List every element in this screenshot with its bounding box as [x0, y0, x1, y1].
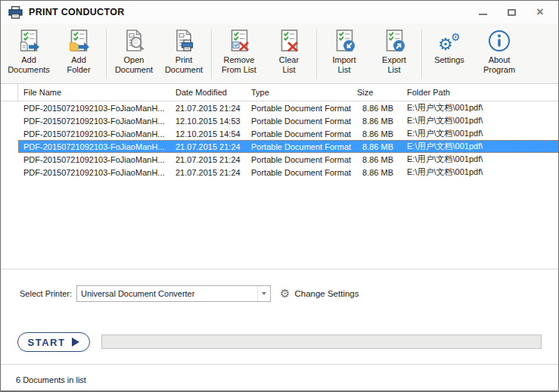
file-list: PDF-20150721092103-FoJiaoManH... 21.07.2… — [1, 101, 558, 179]
printer-icon — [8, 6, 23, 19]
open-document-icon — [121, 28, 147, 54]
cell-size: 8.86 MB — [354, 142, 398, 151]
settings-button[interactable]: ⚙ ⚙ Settings — [424, 27, 474, 75]
cell-date-modified: 21.07.2015 21:24 — [174, 142, 248, 151]
cell-type: Portable Document Format — [248, 104, 354, 113]
remove-from-list-label: Remove From List — [222, 55, 256, 75]
printer-select-value: Universal Document Converter — [77, 289, 257, 298]
print-document-button[interactable]: Print Document — [159, 27, 209, 75]
start-button[interactable]: START — [17, 332, 90, 352]
printer-select[interactable]: Universal Document Converter — [76, 285, 271, 302]
cell-file-name: PDF-20150721092103-FoJiaoManH... — [18, 104, 174, 113]
cell-size: 8.86 MB — [354, 129, 398, 138]
toolbar-separator — [211, 29, 212, 79]
open-document-button[interactable]: Open Document — [109, 27, 159, 75]
maximize-button[interactable] — [505, 6, 517, 18]
change-settings-label: Change Settings — [294, 289, 359, 298]
about-program-label: About Program — [483, 55, 515, 75]
status-column-header[interactable] — [1, 84, 18, 101]
cell-date-modified: 12.10.2015 14:54 — [174, 129, 248, 138]
cell-size: 8.86 MB — [354, 168, 398, 177]
cell-folder-path: E:\用户\文档\001pdf\ — [398, 115, 558, 126]
maximize-icon — [508, 9, 516, 16]
add-folder-button[interactable]: Add Folder — [54, 27, 104, 75]
print-document-icon — [171, 28, 197, 54]
cell-folder-path: E:\用户\文档\001pdf\ — [398, 141, 558, 152]
cell-file-name: PDF-20150721092103-FoJiaoManH... — [18, 117, 174, 126]
cell-file-name: PDF-20150721092103-FoJiaoManH... — [18, 129, 174, 138]
add-documents-label: Add Documents — [8, 55, 50, 75]
change-settings-button[interactable]: ⚙ Change Settings — [280, 288, 359, 300]
cell-folder-path: E:\用户\文档\001pdf\ — [398, 154, 558, 165]
cell-date-modified: 21.07.2015 21:24 — [174, 168, 248, 177]
info-icon — [486, 28, 512, 54]
cell-size: 8.86 MB — [354, 104, 398, 113]
cell-folder-path: E:\用户\文档\001pdf\ — [398, 166, 558, 178]
minimize-button[interactable] — [477, 6, 489, 18]
cell-type: Portable Document Format — [248, 129, 354, 138]
row-status-cell — [1, 140, 18, 153]
import-list-icon — [331, 28, 357, 54]
file-list-header: File Name Date Modified Type Size Folder… — [1, 84, 558, 101]
gear-icon: ⚙ — [280, 288, 290, 300]
svg-text:⚙: ⚙ — [451, 31, 461, 43]
cell-date-modified: 21.07.2015 21:24 — [174, 155, 248, 164]
cell-type: Portable Document Format — [248, 155, 354, 164]
table-row[interactable]: PDF-20150721092103-FoJiaoManH... 21.07.2… — [1, 166, 558, 179]
cell-size: 8.86 MB — [354, 117, 398, 126]
clear-list-icon — [276, 28, 302, 54]
print-conductor-window: PRINT CONDUCTOR × Add Documents — [0, 0, 559, 392]
cell-folder-path: E:\用户\文档\001pdf\ — [398, 128, 558, 139]
column-header-date-modified[interactable]: Date Modified — [174, 88, 248, 97]
print-control-panel: Select Printer: Universal Document Conve… — [1, 269, 558, 364]
row-status-cell — [1, 166, 18, 179]
window-title: PRINT CONDUCTOR — [29, 7, 125, 17]
toolbar-separator — [106, 29, 107, 79]
start-button-label: START — [28, 337, 66, 348]
about-program-button[interactable]: About Program — [474, 27, 524, 75]
import-list-label: Import List — [332, 55, 356, 75]
clear-list-button[interactable]: Clear List — [264, 27, 314, 75]
table-row[interactable]: PDF-20150721092103-FoJiaoManH... 12.10.2… — [1, 127, 558, 140]
column-header-size[interactable]: Size — [354, 88, 398, 97]
add-folder-label: Add Folder — [67, 55, 90, 75]
toolbar-separator — [421, 29, 422, 79]
play-icon — [72, 338, 79, 347]
close-icon: × — [536, 7, 543, 17]
row-status-cell — [1, 153, 18, 166]
toolbar: Add Documents Add Folder Open Document — [1, 23, 558, 84]
table-row[interactable]: PDF-20150721092103-FoJiaoManH... 12.10.2… — [1, 114, 558, 127]
cell-file-name: PDF-20150721092103-FoJiaoManH... — [18, 168, 174, 177]
table-row[interactable]: PDF-20150721092103-FoJiaoManH... 21.07.2… — [1, 153, 558, 166]
file-list-empty-area — [1, 179, 558, 269]
column-header-file-name[interactable]: File Name — [18, 88, 174, 97]
table-row[interactable]: PDF-20150721092103-FoJiaoManH... 21.07.2… — [1, 101, 558, 114]
cell-file-name: PDF-20150721092103-FoJiaoManH... — [18, 155, 174, 164]
cell-date-modified: 12.10.2015 14:53 — [174, 117, 248, 126]
cell-type: Portable Document Format — [248, 168, 354, 177]
select-printer-label: Select Printer: — [20, 289, 76, 298]
table-row-selected[interactable]: PDF-20150721092103-FoJiaoManH... 21.07.2… — [1, 140, 558, 153]
documents-count-text: 6 Documents in list — [16, 375, 86, 384]
chevron-down-icon — [257, 286, 270, 301]
row-status-cell — [1, 127, 18, 140]
remove-from-list-button[interactable]: Remove From List — [214, 27, 264, 75]
row-status-cell — [1, 101, 18, 114]
add-folder-icon — [66, 28, 92, 54]
minimize-icon — [479, 14, 487, 15]
cell-size: 8.86 MB — [354, 155, 398, 164]
add-documents-button[interactable]: Add Documents — [4, 27, 54, 75]
column-header-folder-path[interactable]: Folder Path — [398, 88, 558, 97]
export-list-label: Export List — [382, 55, 406, 75]
import-list-button[interactable]: Import List — [319, 27, 369, 75]
cell-type: Portable Document Format — [248, 142, 354, 151]
export-list-icon — [381, 28, 407, 54]
cell-date-modified: 21.07.2015 21:24 — [174, 104, 248, 113]
cell-file-name: PDF-20150721092103-FoJiaoManH... — [18, 142, 174, 151]
print-document-label: Print Document — [165, 55, 203, 75]
add-documents-icon — [16, 28, 42, 54]
close-button[interactable]: × — [534, 6, 546, 18]
export-list-button[interactable]: Export List — [369, 27, 419, 75]
open-document-label: Open Document — [115, 55, 153, 75]
column-header-type[interactable]: Type — [248, 88, 354, 97]
